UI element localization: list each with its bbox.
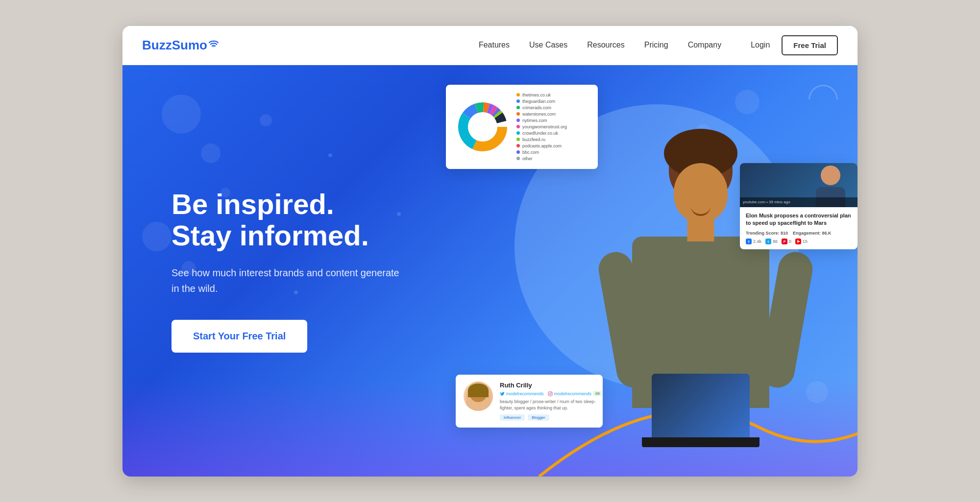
- nav-link-pricing[interactable]: Pricing: [644, 41, 668, 49]
- svg-point-14: [551, 392, 551, 393]
- donut-legend: thetimes.co.uk theguardian.com crimerads…: [516, 93, 567, 161]
- bg-circle-1: [162, 95, 201, 134]
- legend-item-4: waterstones.com: [516, 112, 567, 117]
- legend-dot-1: [516, 93, 520, 96]
- nav-link-company[interactable]: Company: [688, 41, 721, 49]
- news-card-image: youtube.com • 39 mins ago: [740, 163, 858, 207]
- trending-label: Trending Score:: [746, 231, 780, 236]
- hero-left: Be inspired. Stay informed. See how much…: [122, 189, 407, 353]
- laptop-screen: [652, 374, 750, 437]
- news-card: youtube.com • 39 mins ago Elon Musk prop…: [740, 163, 858, 250]
- headline-line1: Be inspired.: [172, 188, 334, 220]
- nav-link-resources[interactable]: Resources: [587, 41, 624, 49]
- legend-label-4: waterstones.com: [522, 112, 556, 117]
- laptop-base: [642, 437, 760, 447]
- hero-section: Be inspired. Stay informed. See how much…: [122, 65, 858, 477]
- legend-label-9: podcasts.apple.com: [522, 143, 562, 148]
- social-youtube: ▶ 15: [795, 239, 808, 244]
- handle-badge: 88: [593, 391, 602, 396]
- legend-label-10: bbc.com: [522, 150, 539, 155]
- navbar: BuzzSumo Features Use Cases Resources Pr…: [122, 26, 858, 65]
- news-card-body: Elon Musk proposes a controversial plan …: [740, 207, 858, 250]
- pi-icon: P: [782, 239, 787, 244]
- legend-dot-4: [516, 112, 520, 116]
- legend-dot-9: [516, 144, 520, 147]
- yt-icon: ▶: [795, 239, 801, 244]
- bg-circle-2: [201, 143, 220, 163]
- tw-icon: t: [765, 239, 771, 244]
- tag-blogger: Blogger: [528, 414, 549, 421]
- legend-label-3: crimerads.com: [522, 105, 551, 110]
- twitter-handle: modelrecommends: [506, 391, 544, 396]
- donut-chart-card: thetimes.co.uk theguardian.com crimerads…: [446, 85, 598, 169]
- legend-item-3: crimerads.com: [516, 105, 567, 110]
- legend-dot-5: [516, 119, 520, 122]
- hero-headline: Be inspired. Stay informed.: [172, 189, 407, 251]
- nav-actions: Login Free Trial: [751, 35, 838, 55]
- legend-item-5: nytimes.com: [516, 118, 567, 123]
- tw-count: 86: [773, 239, 778, 244]
- login-button[interactable]: Login: [751, 41, 770, 49]
- news-title: Elon Musk proposes a controversial plan …: [746, 212, 852, 227]
- handle-instagram: modelrecommends 88: [548, 391, 602, 396]
- legend-dot-6: [516, 125, 520, 128]
- legend-label-2: theguardian.com: [522, 99, 555, 104]
- legend-dot-10: [516, 150, 520, 154]
- donut-chart: [456, 100, 510, 154]
- fb-icon: f: [746, 239, 752, 244]
- legend-label-11: other: [522, 156, 533, 161]
- avatar-hair: [468, 383, 489, 397]
- svg-point-11: [470, 115, 495, 139]
- influencer-handles: modelrecommends modelrecommends 88: [500, 391, 602, 396]
- laptop-screen-glow: [652, 374, 750, 437]
- legend-dot-7: [516, 131, 520, 135]
- engagement-value: 86.K: [822, 231, 832, 236]
- news-social-counts: f 2.4k t 86 P: [746, 239, 852, 244]
- hero-subtext: See how much interest brands and content…: [172, 265, 407, 296]
- news-source-bar: youtube.com • 39 mins ago: [740, 197, 858, 207]
- handle-twitter: modelrecommends: [500, 391, 544, 396]
- dot-1: [328, 153, 332, 157]
- legend-item-11: other: [516, 156, 567, 161]
- legend-item-2: theguardian.com: [516, 99, 567, 104]
- legend-item-1: thetimes.co.uk: [516, 93, 567, 97]
- yt-count: 15: [803, 239, 808, 244]
- pi-count: 0: [789, 239, 791, 244]
- influencer-tags: Influencer Blogger: [500, 414, 602, 421]
- engagement-stat: Engagement: 86.K: [793, 231, 832, 236]
- nav-link-features[interactable]: Features: [479, 41, 510, 49]
- legend-item-8: buzzfeed.ru: [516, 137, 567, 142]
- nav-item-features[interactable]: Features: [479, 41, 510, 49]
- legend-item-7: crowdfunder.co.uk: [516, 131, 567, 136]
- page-wrapper: BuzzSumo Features Use Cases Resources Pr…: [122, 26, 858, 477]
- influencer-avatar: [464, 382, 493, 411]
- influencer-bio: beauty blogger / prose-writer / mum of t…: [500, 399, 602, 411]
- news-person-head: [821, 166, 840, 185]
- fb-count: 2.4k: [753, 239, 761, 244]
- twitter-icon: [500, 391, 505, 396]
- hero-right: thetimes.co.uk theguardian.com crimerads…: [416, 65, 858, 477]
- svg-rect-12: [548, 392, 552, 396]
- logo-text: BuzzSumo: [142, 38, 207, 53]
- nav-item-usecases[interactable]: Use Cases: [529, 41, 567, 49]
- nav-item-resources[interactable]: Resources: [587, 41, 624, 49]
- hero-cta-button[interactable]: Start Your Free Trial: [172, 320, 307, 353]
- news-stats: Trending Score: 810 Engagement: 86.K: [746, 231, 852, 236]
- legend-item-6: youngwomenstrust.org: [516, 124, 567, 129]
- headline-line2: Stay informed.: [172, 219, 369, 251]
- nav-item-pricing[interactable]: Pricing: [644, 41, 668, 49]
- legend-label-7: crowdfunder.co.uk: [522, 131, 558, 136]
- legend-dot-8: [516, 138, 520, 141]
- legend-label-5: nytimes.com: [522, 118, 547, 123]
- logo[interactable]: BuzzSumo: [142, 38, 219, 53]
- legend-dot-2: [516, 99, 520, 103]
- legend-item-9: podcasts.apple.com: [516, 143, 567, 148]
- instagram-icon: [548, 391, 553, 396]
- nav-links: Features Use Cases Resources Pricing Com…: [479, 41, 721, 49]
- nav-link-usecases[interactable]: Use Cases: [529, 41, 567, 49]
- social-twitter: t 86: [765, 239, 778, 244]
- nav-item-company[interactable]: Company: [688, 41, 721, 49]
- free-trial-nav-button[interactable]: Free Trial: [782, 35, 838, 55]
- tag-influencer: Influencer: [500, 414, 525, 421]
- legend-label-6: youngwomenstrust.org: [522, 124, 567, 129]
